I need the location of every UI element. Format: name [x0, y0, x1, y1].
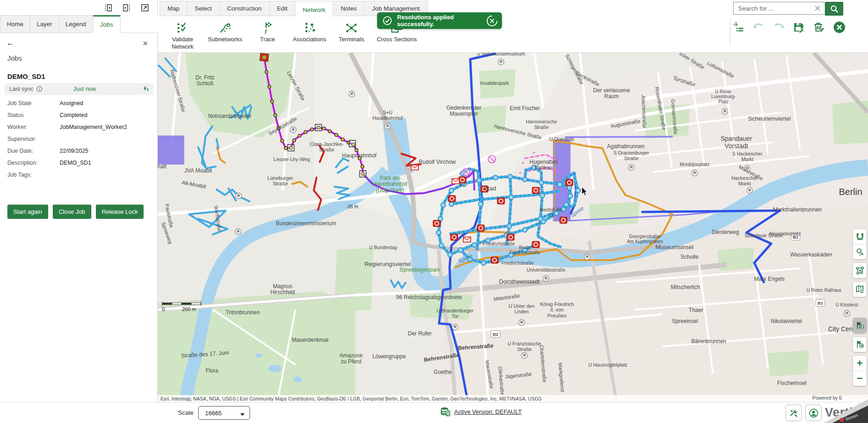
job-field-row: Supervisor:: [7, 136, 150, 148]
close-job-button[interactable]: Close Job: [53, 205, 91, 219]
svg-text:City Cent: City Cent: [828, 325, 855, 333]
svg-text:Gedenken derMaueropfer: Gedenken derMaueropfer: [446, 105, 481, 117]
svg-text:Georgenstraße/Am Kupfergraben: Georgenstraße/Am Kupfergraben: [627, 234, 663, 244]
job-field-row: Job StateAssigned: [7, 100, 150, 112]
field-value: DEMO_SD1: [60, 160, 91, 166]
open-new-window-icon[interactable]: [141, 4, 149, 12]
road-shield: B2: [491, 331, 500, 338]
tool-validate-network[interactable]: Validate Network: [163, 18, 202, 50]
tool-subnetworks[interactable]: Subnetworks: [202, 18, 248, 43]
field-label: Job State: [7, 100, 60, 106]
sidebar-tab-legend[interactable]: Legend: [59, 15, 93, 33]
trace-icon: [261, 21, 274, 35]
job-field-row: Due Date:22/09/2025: [7, 148, 150, 160]
ribbon-tab-select[interactable]: Select: [187, 1, 220, 16]
tool-terminals[interactable]: Terminals: [332, 18, 371, 43]
terminals-icon: [345, 21, 358, 35]
svg-text:Goethe: Goethe: [434, 369, 452, 375]
add-to-list-icon[interactable]: [732, 21, 745, 33]
field-value: JobManagement_Worker2: [60, 124, 127, 130]
svg-text:U Oranienb: U Oranienb: [549, 136, 574, 142]
svg-text:MagnusHirschfeld: MagnusHirschfeld: [270, 283, 295, 295]
tool-trace[interactable]: Trace: [248, 18, 287, 43]
zoom-in-icon[interactable]: +: [853, 356, 867, 371]
active-version-link[interactable]: Active Version: DEFAULT: [440, 406, 522, 417]
svg-text:Hauptbahnhof: Hauptbahnhof: [342, 152, 377, 159]
svg-text:Emil Fischer: Emil Fischer: [510, 105, 540, 111]
dock-panel-left-icon[interactable]: [104, 4, 112, 12]
svg-text:Löwengruppe: Löwengruppe: [373, 353, 406, 360]
svg-text:Mitscherlich: Mitscherlich: [671, 284, 700, 290]
magnet-snapping-icon: [856, 232, 864, 241]
svg-text:Monbijouplatz: Monbijouplatz: [680, 161, 710, 167]
svg-text:Diesterweg: Diesterweg: [712, 229, 739, 235]
start-again-button[interactable]: Start again: [7, 205, 48, 219]
magnet-snapping-icon[interactable]: [853, 229, 867, 244]
svg-text:Agathabrunnen: Agathabrunnen: [607, 143, 645, 150]
scale-value: 16665: [205, 410, 222, 417]
close-panel-icon[interactable]: ✕: [142, 39, 148, 48]
account-button[interactable]: [805, 405, 822, 421]
tool-label: Subnetworks: [208, 36, 242, 43]
info-icon[interactable]: [36, 86, 43, 92]
job-field-row: Job Tags:: [7, 172, 150, 184]
tools-button[interactable]: [785, 405, 802, 421]
discard-edits-icon[interactable]: [813, 21, 825, 33]
clear-search-icon[interactable]: [814, 5, 821, 12]
toast-close-icon[interactable]: [486, 15, 498, 27]
snap-points-icon[interactable]: [853, 244, 867, 259]
sidebar-tab-layer[interactable]: Layer: [30, 15, 59, 33]
svg-text:chaft: chaft: [158, 163, 167, 170]
field-label: Due Date:: [7, 148, 60, 154]
flag-import-icon[interactable]: [853, 318, 867, 333]
active-version-label: Active Version: DEFAULT: [454, 408, 522, 415]
sidebar-tabs: HomeLayerLegendJobs: [0, 15, 158, 33]
tool-label: Terminals: [337, 36, 366, 43]
map-canvas[interactable]: B2B2B1Dr. FritzSchloßRathenower StraßeLe…: [158, 53, 868, 402]
svg-text:Lesser-Ury-Weg: Lesser-Ury-Weg: [273, 156, 310, 162]
field-label: Worker:: [7, 124, 60, 130]
svg-text:U Rotes Rathaus: U Rotes Rathaus: [807, 288, 841, 293]
search-input[interactable]: [733, 2, 825, 15]
edit-toolbar: [732, 21, 846, 33]
screen-recorder-watermark: Screen: [822, 399, 868, 423]
search-button[interactable]: [825, 2, 843, 16]
field-label: Supervisor:: [7, 136, 60, 142]
svg-text:0: 0: [162, 306, 165, 312]
refresh-map-icon[interactable]: [853, 282, 867, 297]
dock-panel-right-icon[interactable]: [122, 4, 131, 12]
zoom-out-icon[interactable]: −: [853, 371, 867, 386]
svg-text:B2: B2: [493, 332, 498, 337]
transform-select-icon[interactable]: [853, 263, 867, 278]
sidebar-tab-jobs[interactable]: Jobs: [93, 15, 121, 33]
field-label: Description:: [7, 160, 60, 166]
cancel-circle-icon[interactable]: [833, 21, 846, 33]
search-area: [733, 2, 843, 16]
map-svg[interactable]: B2B2B1Dr. FritzSchloßRathenower StraßeLe…: [158, 53, 868, 402]
account-icon: [809, 408, 818, 418]
scale-dropdown[interactable]: 16665: [198, 406, 250, 420]
svg-text:Regierungsviertel: Regierungsviertel: [364, 261, 411, 267]
flag-export-icon[interactable]: [853, 337, 867, 352]
svg-text:Invalidenpark: Invalidenpark: [480, 80, 509, 86]
job-field-row: Worker:JobManagement_Worker2: [7, 124, 150, 136]
save-edits-icon[interactable]: [793, 21, 805, 33]
job-fields: Job StateAssignedStatusCompletedWorker:J…: [7, 100, 150, 184]
svg-text:Friedrichstraße: Friedrichstraße: [483, 241, 515, 246]
sync-icon[interactable]: [143, 86, 150, 93]
svg-text:Wasserkaskaden: Wasserkaskaden: [790, 251, 832, 258]
ribbon-tab-edit[interactable]: Edit: [270, 1, 295, 16]
ribbon-tab-network[interactable]: Network: [295, 1, 334, 18]
ribbon-tab-construction[interactable]: Construction: [220, 1, 270, 16]
ribbon-tab-notes[interactable]: Notes: [333, 1, 364, 16]
svg-text:Friedrichstraße: Friedrichstraße: [501, 260, 534, 266]
back-icon[interactable]: ←: [6, 39, 14, 48]
svg-text:U Hausvogteiplatz: U Hausvogteiplatz: [588, 362, 627, 367]
release-lock-button[interactable]: Release Lock: [96, 205, 144, 219]
svg-text:Tritonbrunnen: Tritonbrunnen: [226, 309, 260, 316]
svg-text:SpandauerVorstadt: SpandauerVorstadt: [721, 135, 752, 150]
tool-associations[interactable]: Associations: [287, 18, 332, 43]
tools-icon: [789, 408, 799, 418]
ribbon-tab-map[interactable]: Map: [160, 1, 187, 16]
sidebar-tab-home[interactable]: Home: [0, 15, 30, 33]
